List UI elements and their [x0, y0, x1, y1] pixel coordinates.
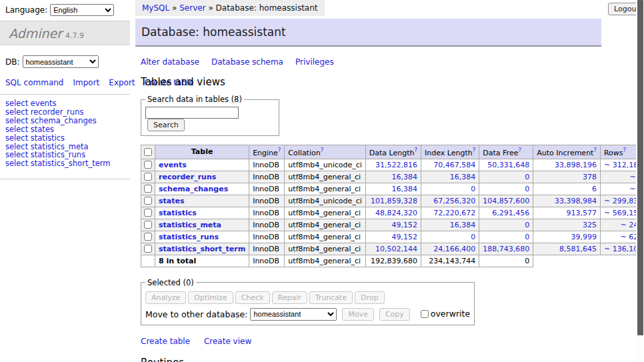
content: Alter databaseDatabase schemaPrivileges …	[135, 57, 629, 362]
table-operations-row: AnalyzeOptimizeCheckRepairTruncateDrop	[145, 291, 470, 304]
sidebar-item-select-states[interactable]: select states	[5, 125, 125, 134]
repair-button: Repair	[272, 291, 307, 304]
column-header-index-length: Index Length?	[421, 145, 479, 159]
auto-increment-cell: 325	[533, 219, 601, 231]
table-name-cell: statistics_runs	[155, 231, 249, 243]
data-length-cell: 49,152	[365, 219, 421, 231]
optimize-button: Optimize	[188, 291, 233, 304]
scrollbar-thumb[interactable]	[637, 0, 643, 335]
data-free-cell: 0	[479, 219, 533, 231]
help-link[interactable]: ?	[321, 147, 324, 153]
sidebar-action-export[interactable]: Export	[109, 78, 135, 87]
row-checkbox-cell	[141, 183, 155, 195]
table-name-cell: schema_changes	[155, 183, 249, 195]
overwrite-option[interactable]: overwrite	[418, 309, 470, 319]
alter-database-link[interactable]: Alter database	[141, 57, 199, 67]
help-link[interactable]: ?	[415, 147, 418, 153]
table-row: statistics_short_termInnoDButf8mb4_gener…	[141, 243, 644, 255]
table-row: statesInnoDButf8mb4_unicode_ci101,859,32…	[141, 195, 644, 207]
move-row: Move to other database: homeassistant Mo…	[145, 308, 470, 321]
breadcrumb-server-link[interactable]: Server	[179, 3, 205, 13]
search-input[interactable]	[145, 107, 239, 119]
move-to-db-label: Move to other database:	[145, 309, 247, 319]
index-length-cell: 0	[421, 231, 479, 243]
selected-fieldset: Selected (0) AnalyzeOptimizeCheckRepairT…	[141, 278, 475, 326]
table-link-statistics-short-term[interactable]: statistics_short_term	[159, 245, 245, 253]
sidebar-item-select-schema-changes[interactable]: select schema_changes	[5, 117, 125, 125]
total-collation-cell: utf8mb4_general_ci	[285, 255, 365, 267]
table-link-statistics[interactable]: statistics	[159, 209, 197, 217]
move-db-select[interactable]: homeassistant	[250, 308, 337, 321]
create-view-link[interactable]: Create view	[204, 337, 251, 346]
row-checkbox-statistics-short-term[interactable]	[144, 245, 152, 253]
help-link[interactable]: ?	[518, 147, 521, 153]
total-data-free-cell: 0	[479, 255, 533, 267]
overwrite-label: overwrite	[431, 309, 470, 319]
data-length-cell: 16,384	[365, 171, 421, 183]
check-button: Check	[235, 291, 270, 304]
table-link-statistics-meta[interactable]: statistics_meta	[159, 221, 221, 229]
language-select[interactable]: English	[50, 4, 114, 16]
row-checkbox-statistics-meta[interactable]	[144, 221, 152, 229]
sidebar-item-select-statistics[interactable]: select statistics	[5, 134, 125, 143]
table-row: schema_changesInnoDButf8mb4_general_ci16…	[141, 183, 644, 195]
app-name: Adminer	[9, 26, 62, 41]
index-length-cell: 72,220,672	[421, 207, 479, 219]
overwrite-checkbox[interactable]	[421, 310, 429, 318]
privileges-link[interactable]: Privileges	[295, 57, 334, 67]
row-checkbox-statistics-runs[interactable]	[144, 233, 152, 241]
sidebar-item-select-events[interactable]: select events	[5, 99, 125, 108]
data-free-cell: 0	[479, 171, 533, 183]
breadcrumb: MySQL » Server » Database: homeassistant	[135, 0, 325, 16]
vertical-scrollbar[interactable]	[636, 0, 644, 362]
table-link-recorder-runs[interactable]: recorder_runs	[159, 173, 216, 181]
data-length-cell: 16,384	[365, 183, 421, 195]
breadcrumb-current: Database: homeassistant	[216, 3, 318, 13]
database-schema-link[interactable]: Database schema	[211, 57, 283, 67]
auto-increment-cell: 378	[533, 171, 601, 183]
index-length-cell: 67,256,320	[421, 195, 479, 207]
sidebar-action-import[interactable]: Import	[73, 78, 99, 87]
sidebar-table-links: select eventsselect recorder_runsselect …	[0, 95, 130, 173]
row-checkbox-cell	[141, 171, 155, 183]
tables-overview-table: TableEngine?Collation?Data Length?Index …	[141, 145, 644, 267]
help-link[interactable]: ?	[593, 147, 597, 153]
sidebar-action-sql-command[interactable]: SQL command	[5, 78, 63, 87]
help-link[interactable]: ?	[473, 147, 476, 153]
sidebar-item-select-recorder-runs[interactable]: select recorder_runs	[5, 108, 125, 117]
table-link-states[interactable]: states	[159, 197, 185, 205]
table-link-statistics-runs[interactable]: statistics_runs	[159, 233, 219, 241]
data-length-cell: 31,522,816	[365, 159, 421, 171]
row-checkbox-events[interactable]	[144, 161, 152, 169]
db-select[interactable]: homeassistant	[23, 55, 99, 68]
help-link[interactable]: ?	[623, 147, 627, 153]
row-checkbox-cell	[141, 231, 155, 243]
column-header-table: Table	[155, 145, 249, 159]
breadcrumb-mysql-link[interactable]: MySQL	[142, 3, 169, 13]
collation-cell: utf8mb4_general_ci	[285, 183, 365, 195]
row-checkbox-schema-changes[interactable]	[144, 185, 152, 193]
row-checkbox-statistics[interactable]	[144, 209, 152, 217]
help-link[interactable]: ?	[278, 147, 281, 153]
row-checkbox-states[interactable]	[144, 197, 152, 205]
create-table-link[interactable]: Create table	[141, 337, 190, 346]
sidebar: Language:English Adminer4.7.9 DB:homeass…	[0, 0, 130, 362]
select-all-checkbox[interactable]	[144, 148, 152, 156]
auto-increment-cell: 913,577	[533, 207, 601, 219]
sidebar-item-select-statistics-short-term[interactable]: select statistics_short_term	[5, 159, 125, 168]
total-index-length-cell: 234,143,744	[421, 255, 479, 267]
truncate-button: Truncate	[309, 291, 353, 304]
data-free-cell: 6,291,456	[479, 207, 533, 219]
engine-cell: InnoDB	[249, 243, 285, 255]
index-length-cell: 0	[421, 183, 479, 195]
index-length-cell: 70,467,584	[421, 159, 479, 171]
index-length-cell: 16,384	[421, 219, 479, 231]
collation-cell: utf8mb4_unicode_ci	[285, 159, 365, 171]
table-link-events[interactable]: events	[159, 161, 187, 169]
row-checkbox-recorder-runs[interactable]	[144, 173, 152, 181]
column-header-data-free: Data Free?	[479, 145, 533, 159]
table-link-schema-changes[interactable]: schema_changes	[159, 185, 228, 193]
search-button[interactable]: Search	[147, 119, 185, 131]
total-data-length-cell: 192,839,680	[365, 255, 421, 267]
total-engine-cell: InnoDB	[249, 255, 285, 267]
